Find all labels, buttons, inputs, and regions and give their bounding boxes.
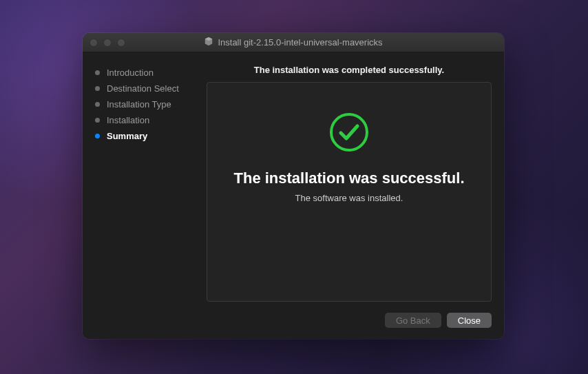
traffic-lights [83, 39, 125, 47]
package-icon [204, 37, 213, 49]
step-bullet-icon [95, 70, 100, 75]
step-bullet-icon [95, 134, 100, 138]
installer-window: Install git-2.15.0-intel-universal-maver… [83, 33, 504, 339]
step-label: Destination Select [107, 83, 179, 94]
step-installation-type: Installation Type [95, 96, 207, 112]
main-panel: The installation was completed successfu… [207, 52, 504, 302]
window-minimize-button[interactable] [103, 39, 112, 47]
step-destination-select: Destination Select [95, 81, 207, 96]
svg-point-0 [331, 114, 367, 150]
close-button[interactable]: Close [447, 313, 492, 328]
footer: Go Back Close [83, 302, 504, 339]
step-label: Introduction [107, 67, 154, 78]
window-close-button[interactable] [90, 39, 98, 47]
success-checkmark-icon [328, 112, 370, 156]
success-subtitle: The software was installed. [295, 193, 403, 203]
step-label: Installation Type [107, 99, 171, 110]
success-title: The installation was successful. [234, 169, 465, 187]
step-summary: Summary [95, 128, 207, 144]
status-heading: The installation was completed successfu… [207, 65, 492, 75]
steps-sidebar: Introduction Destination Select Installa… [83, 52, 207, 302]
step-bullet-icon [95, 86, 100, 91]
go-back-button[interactable]: Go Back [385, 313, 441, 328]
window-title: Install git-2.15.0-intel-universal-maver… [218, 37, 382, 48]
step-label: Summary [107, 131, 147, 141]
window-zoom-button[interactable] [117, 39, 125, 47]
step-bullet-icon [95, 118, 100, 123]
success-box: The installation was successful. The sof… [207, 82, 492, 302]
titlebar[interactable]: Install git-2.15.0-intel-universal-maver… [83, 33, 504, 52]
step-installation: Installation [95, 112, 207, 128]
step-label: Installation [107, 115, 149, 125]
step-bullet-icon [95, 102, 100, 107]
step-introduction: Introduction [95, 65, 207, 81]
